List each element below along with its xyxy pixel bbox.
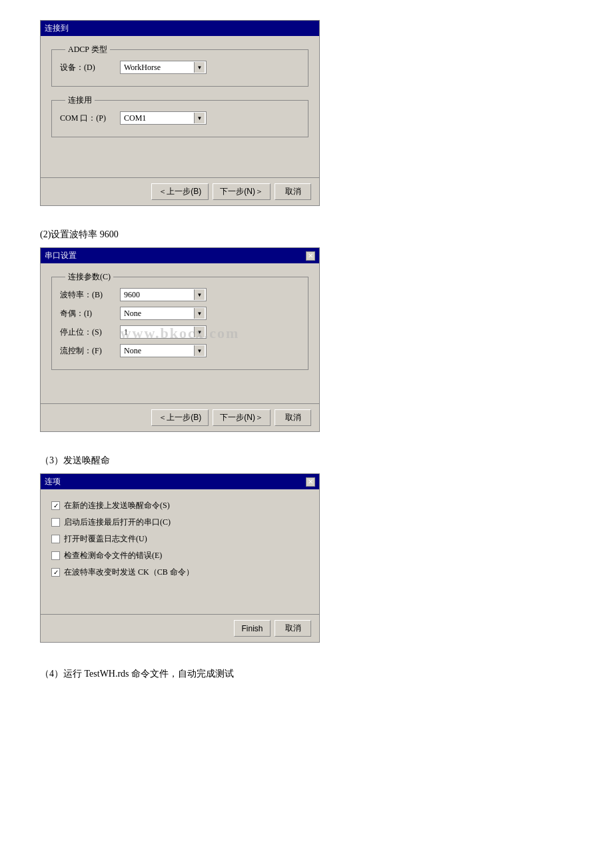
parity-select-arrow[interactable]: ▼ [194, 308, 205, 319]
adcp-select-value: WorkHorse [122, 63, 161, 73]
dialog-connect-footer: ＜上一步(B) 下一步(N)＞ 取消 [41, 177, 319, 205]
stopbit-row: 停止位：(S) 1 ▼ [60, 325, 300, 339]
dialog-options-footer: Finish 取消 [41, 614, 319, 642]
checkbox-row-4: 在波特率改变时发送 CK（CB 命令） [51, 567, 308, 578]
dialog-serial-body: 连接参数(C) 波特率：(B) 9600 ▼ 奇偶：(I) None ▼ 停止位… [41, 263, 319, 403]
checkbox-label-0: 在新的连接上发送唤醒命令(S) [64, 500, 170, 511]
dialog-options-close-button[interactable]: ✕ [306, 477, 315, 487]
stopbit-select-value: 1 [122, 327, 128, 337]
checkbox-3[interactable] [51, 551, 60, 560]
stopbit-select-arrow[interactable]: ▼ [194, 327, 205, 337]
conn-group: 连接用 COM 口：(P) COM1 ▼ [51, 95, 308, 137]
dialog-connect-body: ADCP 类型 设备：(D) WorkHorse ▼ 连接用 COM 口：(P)… [41, 36, 319, 177]
checkbox-row-2: 打开时覆盖日志文件(U) [51, 533, 308, 545]
conn-group-legend: 连接用 [65, 95, 95, 106]
dialog-options-body: 在新的连接上发送唤醒命令(S)启动后连接最后打开的串口(C)打开时覆盖日志文件(… [41, 489, 319, 614]
dialog-options-finish-button[interactable]: Finish [234, 620, 271, 637]
dialog-options-titlebar: 连项 ✕ [41, 474, 319, 489]
dialog-connect-title: 连接到 [45, 23, 69, 34]
dialog-connect-cancel-button[interactable]: 取消 [275, 183, 311, 200]
dialog-serial-prev-button[interactable]: ＜上一步(B) [151, 409, 209, 426]
section2-label: (2)设置波特率 9600 [40, 229, 573, 241]
dialog-options-title: 连项 [45, 476, 61, 487]
adcp-row: 设备：(D) WorkHorse ▼ [60, 61, 300, 74]
baud-label: 波特率：(B) [60, 289, 120, 301]
checkbox-row-0: 在新的连接上发送唤醒命令(S) [51, 500, 308, 511]
checkbox-row-3: 检查检测命令文件的错误(E) [51, 550, 308, 561]
baud-select[interactable]: 9600 ▼ [120, 288, 207, 301]
checkbox-label-3: 检查检测命令文件的错误(E) [64, 550, 162, 561]
dialog-options-cancel-button[interactable]: 取消 [275, 620, 311, 637]
flow-label: 流控制：(F) [60, 345, 120, 357]
parity-select-value: None [122, 309, 141, 319]
checkbox-4[interactable] [51, 568, 60, 577]
conn-label: COM 口：(P) [60, 113, 120, 124]
checkbox-label-4: 在波特率改变时发送 CK（CB 命令） [64, 567, 194, 578]
parity-row: 奇偶：(I) None ▼ [60, 307, 300, 320]
flow-row: 流控制：(F) None ▼ [60, 344, 300, 357]
checkbox-1[interactable] [51, 518, 60, 527]
stopbit-select[interactable]: 1 ▼ [120, 325, 207, 339]
adcp-label: 设备：(D) [60, 62, 120, 73]
dialog-connect: 连接到 ADCP 类型 设备：(D) WorkHorse ▼ 连接用 COM 口… [40, 20, 320, 206]
dialog-serial-next-button[interactable]: 下一步(N)＞ [213, 409, 271, 426]
flow-select-value: None [122, 346, 141, 356]
dialog-connect-next-button[interactable]: 下一步(N)＞ [213, 183, 271, 200]
checkbox-label-2: 打开时覆盖日志文件(U) [64, 533, 147, 545]
baud-select-value: 9600 [122, 290, 140, 300]
section3-label: （3）发送唤醒命 [40, 455, 573, 467]
checkbox-row-1: 启动后连接最后打开的串口(C) [51, 517, 308, 528]
flow-select[interactable]: None ▼ [120, 344, 207, 357]
parity-label: 奇偶：(I) [60, 308, 120, 319]
dialog-options: 连项 ✕ 在新的连接上发送唤醒命令(S)启动后连接最后打开的串口(C)打开时覆盖… [40, 473, 320, 643]
dialog-connect-prev-button[interactable]: ＜上一步(B) [151, 183, 209, 200]
dialog-serial-title: 串口设置 [45, 250, 77, 261]
checkbox-label-1: 启动后连接最后打开的串口(C) [64, 517, 171, 528]
baud-select-arrow[interactable]: ▼ [194, 289, 205, 300]
section4-label: （4）运行 TestWH.rds 命令文件，自动完成测试 [40, 668, 573, 680]
conn-select-value: COM1 [122, 113, 146, 123]
conn-select-arrow[interactable]: ▼ [194, 113, 205, 123]
dialog-serial-footer: ＜上一步(B) 下一步(N)＞ 取消 [41, 403, 319, 431]
dialog-serial: 串口设置 ✕ 连接参数(C) 波特率：(B) 9600 ▼ 奇偶：(I) Non… [40, 247, 320, 432]
stopbit-label: 停止位：(S) [60, 327, 120, 338]
serial-conn-group-legend: 连接参数(C) [65, 271, 113, 283]
conn-row: COM 口：(P) COM1 ▼ [60, 111, 300, 125]
dialog-serial-titlebar: 串口设置 ✕ [41, 248, 319, 263]
conn-select[interactable]: COM1 ▼ [120, 111, 207, 125]
checkbox-0[interactable] [51, 501, 60, 510]
checkbox-2[interactable] [51, 535, 60, 543]
adcp-group: ADCP 类型 设备：(D) WorkHorse ▼ [51, 44, 308, 87]
parity-select[interactable]: None ▼ [120, 307, 207, 320]
flow-select-arrow[interactable]: ▼ [194, 345, 205, 356]
dialog-connect-titlebar: 连接到 [41, 21, 319, 36]
dialog-serial-cancel-button[interactable]: 取消 [275, 409, 311, 426]
adcp-select-arrow[interactable]: ▼ [194, 62, 205, 73]
checkbox-list: 在新的连接上发送唤醒命令(S)启动后连接最后打开的串口(C)打开时覆盖日志文件(… [51, 500, 308, 578]
baud-row: 波特率：(B) 9600 ▼ [60, 288, 300, 301]
adcp-group-legend: ADCP 类型 [65, 44, 110, 55]
dialog-serial-close-button[interactable]: ✕ [306, 251, 315, 261]
serial-conn-group: 连接参数(C) 波特率：(B) 9600 ▼ 奇偶：(I) None ▼ 停止位… [51, 271, 308, 370]
adcp-select[interactable]: WorkHorse ▼ [120, 61, 207, 74]
